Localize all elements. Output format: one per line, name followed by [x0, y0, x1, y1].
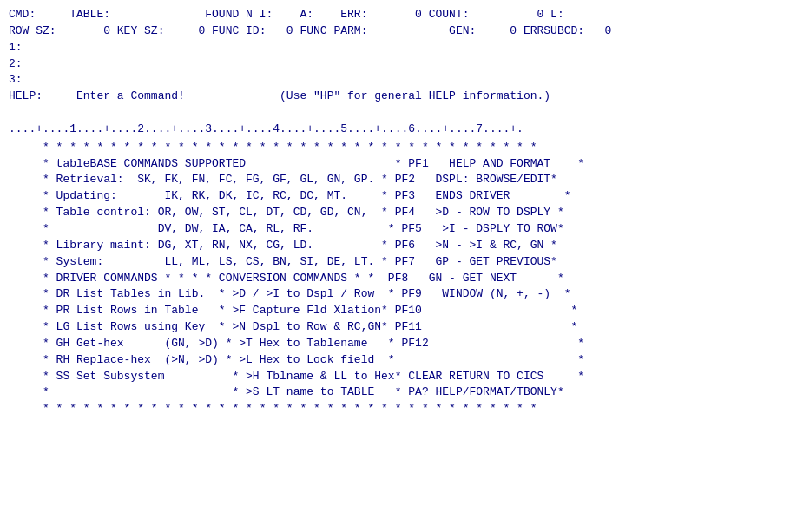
content-row-4: * Table control: OR, OW, ST, CL, DT, CD,…: [9, 205, 801, 221]
status-line-1: CMD: TABLE: FOUND N I: A: ERR: 0 COUNT: …: [9, 7, 801, 23]
content-row-12: * GH Get-hex (GN, >D) * >T Hex to Tablen…: [9, 336, 801, 352]
input-line-1: 1:: [9, 40, 801, 56]
content-row-16: * * * * * * * * * * * * * * * * * * * * …: [9, 401, 801, 417]
content-row-13: * RH Replace-hex (>N, >D) * >L Hex to Lo…: [9, 352, 801, 369]
content-area: * * * * * * * * * * * * * * * * * * * * …: [9, 140, 801, 417]
content-row-11: * LG List Rows using Key * >N Dspl to Ro…: [9, 319, 801, 336]
input-line-3: 3:: [9, 72, 801, 89]
content-row-10: * PR List Rows in Table * >F Capture Fld…: [9, 303, 801, 319]
blank-line: [9, 105, 801, 122]
input-line-2: 2:: [9, 56, 801, 73]
content-row-3: * Updating: IK, RK, DK, IC, RC, DC, MT. …: [9, 188, 801, 205]
content-row-9: * DR List Tables in Lib. * >D / >I to Ds…: [9, 286, 801, 303]
content-row-7: * System: LL, ML, LS, CS, BN, SI, DE, LT…: [9, 254, 801, 271]
ruler-line: ....+....1....+....2....+....3....+....4…: [9, 122, 801, 138]
help-line: HELP: Enter a Command! (Use "HP" for gen…: [9, 89, 801, 105]
status-line-2: ROW SZ: 0 KEY SZ: 0 FUNC ID: 0 FUNC PARM…: [9, 23, 801, 40]
content-row-0: * * * * * * * * * * * * * * * * * * * * …: [9, 140, 801, 156]
content-row-8: * DRIVER COMMANDS * * * * CONVERSION COM…: [9, 271, 801, 287]
content-row-1: * tableBASE COMMANDS SUPPORTED * PF1 HEL…: [9, 156, 801, 173]
content-row-5: * DV, DW, IA, CA, RL, RF. * PF5 >I - DSP…: [9, 221, 801, 238]
content-row-2: * Retrieval: SK, FK, FN, FC, FG, GF, GL,…: [9, 172, 801, 188]
content-row-6: * Library maint: DG, XT, RN, NX, CG, LD.…: [9, 238, 801, 254]
content-row-15: * * >S LT name to TABLE * PA? HELP/FORMA…: [9, 384, 801, 401]
terminal-window: CMD: TABLE: FOUND N I: A: ERR: 0 COUNT: …: [9, 7, 801, 417]
content-row-14: * SS Set Subsystem * >H Tblname & LL to …: [9, 369, 801, 385]
